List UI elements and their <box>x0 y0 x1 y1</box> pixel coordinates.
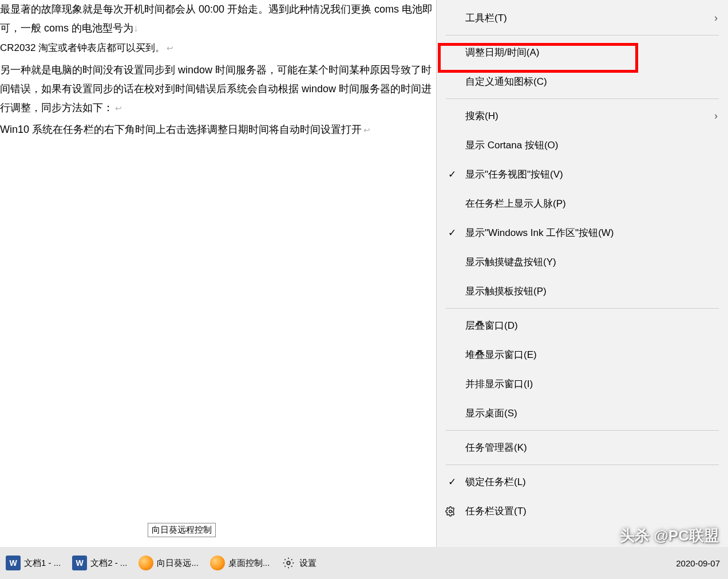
doc-text: 最显著的故障现象就是每次开机时间都会从 00:00 开始走。遇到此种情况我们更换… <box>0 3 433 34</box>
word-icon: W <box>6 556 21 570</box>
svg-point-0 <box>449 510 452 513</box>
pilcrow-mark: ↩ <box>115 104 122 113</box>
menu-label: 显示"Windows Ink 工作区"按钮(W) <box>465 226 614 239</box>
watermark-text: 头杀 @PC联盟 <box>620 527 719 544</box>
taskbar-label: 向日葵远... <box>157 558 199 569</box>
taskbar-label: 桌面控制... <box>228 558 270 569</box>
watermark: 头杀 @PC联盟 <box>620 526 719 546</box>
menu-separator <box>446 464 719 465</box>
menu-customize-notifications[interactable]: 自定义通知图标(C) <box>437 67 728 96</box>
check-icon: ✓ <box>445 168 459 180</box>
doc-text: Win10 系统在任务栏的右下角时间上右击选择调整日期时间将自动时间设置打开 <box>0 124 362 135</box>
menu-show-cortana[interactable]: 显示 Cortana 按钮(O) <box>437 131 728 160</box>
gear-icon <box>444 506 457 517</box>
menu-label: 并排显示窗口(I) <box>465 377 533 391</box>
word-icon: W <box>72 556 87 570</box>
menu-separator <box>446 35 719 36</box>
menu-show-desktop[interactable]: 显示桌面(S) <box>437 399 728 428</box>
check-icon: ✓ <box>445 476 459 488</box>
menu-separator <box>446 430 719 431</box>
menu-label: 任务管理器(K) <box>465 441 527 454</box>
menu-cascade-windows[interactable]: 层叠窗口(D) <box>437 311 728 340</box>
paragraph-2: 另一种就是电脑的时间没有设置同步到 window 时间服务器，可能在某个时间某种… <box>0 61 435 118</box>
menu-label: 堆叠显示窗口(E) <box>465 348 537 361</box>
taskbar-clock[interactable]: 2020-09-07 <box>668 547 728 579</box>
menu-show-ink[interactable]: ✓ 显示"Windows Ink 工作区"按钮(W) <box>437 218 728 247</box>
doc-text: 另一种就是电脑的时间没有设置同步到 window 时间服务器，可能在某个时间某种… <box>0 64 432 114</box>
menu-label: 显示 Cortana 按钮(O) <box>465 139 558 152</box>
menu-side-by-side-windows[interactable]: 并排显示窗口(I) <box>437 369 728 399</box>
menu-label: 任务栏设置(T) <box>465 505 527 518</box>
menu-lock-taskbar[interactable]: ✓ 锁定任务栏(L) <box>437 467 728 497</box>
document-body: 最显著的故障现象就是每次开机时间都会从 00:00 开始走。遇到此种情况我们更换… <box>0 0 435 541</box>
taskbar-label: 文档1 - ... <box>24 558 61 569</box>
taskbar-item-desktop-control[interactable]: 桌面控制... <box>204 547 276 579</box>
taskbar-label: 文档2 - ... <box>90 558 127 569</box>
sunflower-icon <box>210 556 225 570</box>
sunflower-icon <box>139 556 153 570</box>
menu-show-taskview[interactable]: ✓ 显示"任务视图"按钮(V) <box>437 160 728 189</box>
taskbar-item-word-doc2[interactable]: W 文档2 - ... <box>66 547 133 579</box>
taskbar-item-sunflower[interactable]: 向日葵远... <box>133 547 204 579</box>
menu-label: 自定义通知图标(C) <box>465 75 547 88</box>
menu-label: 工具栏(T) <box>465 11 507 25</box>
pilcrow-mark: ↩ <box>167 44 173 53</box>
menu-stacked-windows[interactable]: 堆叠显示窗口(E) <box>437 340 728 369</box>
menu-label: 在任务栏上显示人脉(P) <box>465 197 566 210</box>
menu-separator <box>446 308 719 309</box>
taskbar-label: 设置 <box>299 558 316 569</box>
tooltip-text: 向日葵远程控制 <box>152 525 212 534</box>
taskbar-tooltip: 向日葵远程控制 <box>148 523 216 537</box>
menu-show-touch-keyboard[interactable]: 显示触摸键盘按钮(Y) <box>437 247 728 277</box>
paragraph-3: Win10 系统在任务栏的右下角时间上右击选择调整日期时间将自动时间设置打开↩ <box>0 120 435 139</box>
menu-task-manager[interactable]: 任务管理器(K) <box>437 433 728 462</box>
taskbar-item-settings[interactable]: 设置 <box>275 547 322 579</box>
menu-label: 显示触摸键盘按钮(Y) <box>465 255 556 269</box>
taskbar-item-word-doc1[interactable]: W 文档1 - ... <box>0 547 66 579</box>
taskbar-context-menu: 工具栏(T) › 调整日期/时间(A) 自定义通知图标(C) 搜索(H) › 显… <box>436 0 728 547</box>
taskbar-date: 2020-09-07 <box>676 558 720 568</box>
pilcrow-mark: ↩ <box>363 125 370 135</box>
menu-taskbar-settings[interactable]: 任务栏设置(T) <box>437 497 728 526</box>
menu-label: 锁定任务栏(L) <box>465 475 526 489</box>
menu-show-people[interactable]: 在任务栏上显示人脉(P) <box>437 189 728 218</box>
check-icon: ✓ <box>445 227 459 239</box>
menu-separator <box>446 99 719 99</box>
menu-label: 显示触摸板按钮(P) <box>465 285 547 298</box>
paragraph-1: 最显著的故障现象就是每次开机时间都会从 00:00 开始走。遇到此种情况我们更换… <box>0 0 435 57</box>
menu-adjust-datetime[interactable]: 调整日期/时间(A) <box>437 38 728 67</box>
svg-point-1 <box>287 561 291 565</box>
line-break-mark: ↓ <box>133 22 139 34</box>
doc-text: CR2032 淘宝或者钟表店都可以买到。 <box>0 42 165 53</box>
gear-icon <box>281 556 296 570</box>
menu-label: 层叠窗口(D) <box>465 319 518 332</box>
menu-search[interactable]: 搜索(H) › <box>437 101 728 131</box>
menu-label: 搜索(H) <box>465 109 498 123</box>
menu-show-touchpad[interactable]: 显示触摸板按钮(P) <box>437 277 728 306</box>
menu-toolbars[interactable]: 工具栏(T) › <box>437 3 728 33</box>
chevron-right-icon: › <box>714 110 718 122</box>
menu-label: 显示桌面(S) <box>465 407 517 420</box>
menu-label: 显示"任务视图"按钮(V) <box>465 168 563 181</box>
chevron-right-icon: › <box>714 12 718 24</box>
taskbar: W 文档1 - ... W 文档2 - ... 向日葵远... 桌面控制... … <box>0 547 728 579</box>
menu-label: 调整日期/时间(A) <box>465 46 539 59</box>
